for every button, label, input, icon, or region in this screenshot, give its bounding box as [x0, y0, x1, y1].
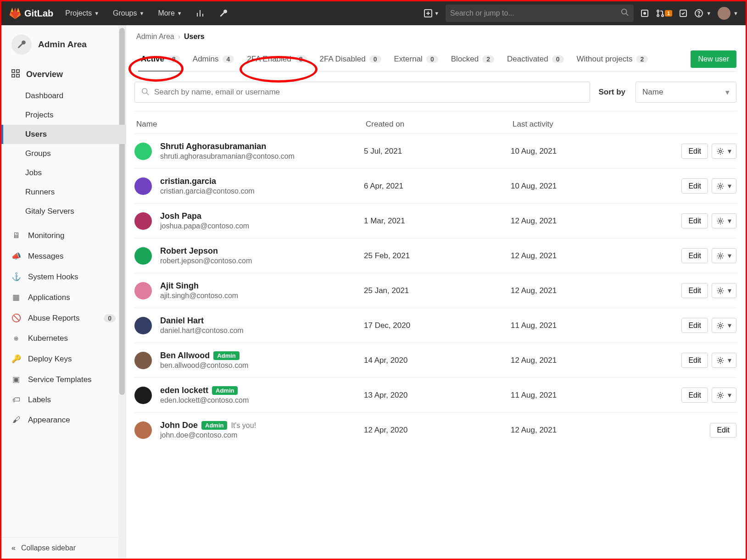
sidebar-item-groups[interactable]: Groups	[1, 144, 126, 163]
nav-projects[interactable]: Projects▼	[61, 6, 104, 20]
sidebar-item-monitoring[interactable]: 🖥Monitoring	[1, 226, 126, 246]
tab-active[interactable]: Active8	[134, 47, 186, 71]
tab-2fa-enabled[interactable]: 2FA Enabled8	[240, 47, 313, 71]
user-email[interactable]: cristian.garcia@contoso.com	[160, 187, 255, 195]
merge-requests-icon[interactable]: 1	[656, 9, 672, 18]
sidebar-item-users[interactable]: Users	[1, 125, 126, 144]
user-email[interactable]: eden.lockett@contoso.com	[160, 396, 249, 405]
user-name[interactable]: cristian.garcia	[160, 177, 216, 186]
user-email[interactable]: shruti.aghorasubramanian@contoso.com	[160, 152, 295, 161]
sidebar-item-deploy-keys[interactable]: 🔑Deploy Keys	[1, 349, 126, 369]
user-settings-dropdown[interactable]: ▾	[712, 144, 736, 159]
sidebar-item-labels[interactable]: 🏷Labels	[1, 390, 126, 410]
sidebar-item-abuse-reports[interactable]: 🚫Abuse Reports0	[1, 308, 126, 328]
sidebar-item-gitaly[interactable]: Gitaly Servers	[1, 202, 126, 221]
user-search-input[interactable]	[154, 88, 583, 97]
edit-user-button[interactable]: Edit	[681, 144, 708, 159]
sort-select[interactable]: Name ▾	[636, 82, 736, 103]
edit-user-button[interactable]: Edit	[681, 388, 708, 403]
edit-user-button[interactable]: Edit	[681, 318, 708, 333]
svg-point-15	[719, 150, 722, 152]
user-search-box[interactable]	[134, 82, 590, 103]
main-content: Admin Area › Users Active8 Admins4 2FA E…	[126, 25, 746, 559]
template-icon: ▣	[11, 375, 21, 384]
sidebar-item-runners[interactable]: Runners	[1, 183, 126, 202]
tab-admins[interactable]: Admins4	[186, 47, 240, 71]
sidebar-item-appearance[interactable]: 🖌Appearance	[1, 410, 126, 430]
sidebar-item-jobs[interactable]: Jobs	[1, 163, 126, 183]
issues-icon[interactable]	[640, 9, 649, 18]
user-name[interactable]: Ben Allwood	[160, 351, 210, 360]
user-email[interactable]: daniel.hart@contoso.com	[160, 327, 244, 335]
nav-wrench-icon[interactable]	[214, 6, 233, 21]
help-icon[interactable]: ▼	[694, 9, 711, 18]
user-name[interactable]: Josh Papa	[160, 211, 201, 221]
user-avatar-icon	[134, 352, 152, 369]
user-email[interactable]: robert.jepson@contoso.com	[160, 257, 252, 265]
edit-user-button[interactable]: Edit	[681, 353, 708, 368]
nav-groups[interactable]: Groups▼	[108, 6, 149, 20]
new-dropdown[interactable]: ▼	[424, 9, 439, 17]
user-settings-dropdown[interactable]: ▾	[712, 388, 736, 403]
user-settings-dropdown[interactable]: ▾	[712, 353, 736, 368]
sidebar-item-applications[interactable]: ▦Applications	[1, 287, 126, 308]
sidebar-scrollbar-track	[118, 25, 126, 559]
user-created-on: 5 Jul, 2021	[364, 147, 511, 156]
its-you-label: It's you!	[231, 421, 256, 430]
user-name[interactable]: Daniel Hart	[160, 316, 204, 326]
breadcrumb-root[interactable]: Admin Area	[136, 33, 174, 41]
user-name[interactable]: John Doe	[160, 421, 198, 430]
user-menu[interactable]: ▼	[718, 7, 738, 20]
user-settings-dropdown[interactable]: ▾	[712, 248, 736, 263]
edit-user-button[interactable]: Edit	[710, 423, 736, 438]
tab-without-projects[interactable]: Without projects2	[570, 47, 655, 71]
nav-analytics-icon[interactable]	[191, 6, 210, 21]
sidebar-item-service-templates[interactable]: ▣Service Templates	[1, 369, 126, 390]
user-name[interactable]: Shruti Aghorasubramanian	[160, 142, 266, 151]
user-name[interactable]: Robert Jepson	[160, 246, 218, 256]
edit-user-button[interactable]: Edit	[681, 213, 708, 228]
brand-logo[interactable]: GitLab	[9, 7, 53, 20]
sidebar-item-projects[interactable]: Projects	[1, 105, 126, 125]
edit-user-button[interactable]: Edit	[681, 248, 708, 263]
user-email[interactable]: ajit.singh@contoso.com	[160, 292, 238, 300]
global-search[interactable]	[446, 5, 634, 22]
collapse-label: Collapse sidebar	[21, 544, 76, 552]
sidebar-item-system-hooks[interactable]: ⚓System Hooks	[1, 266, 126, 287]
chevron-down-icon: ▾	[728, 356, 731, 365]
todos-icon[interactable]	[679, 9, 688, 18]
admin-badge: Admin	[201, 421, 227, 430]
collapse-sidebar-button[interactable]: « Collapse sidebar	[1, 537, 126, 559]
edit-user-button[interactable]: Edit	[681, 283, 708, 298]
sidebar-item-kubernetes[interactable]: ⎈Kubernetes	[1, 328, 126, 349]
global-search-input[interactable]	[450, 9, 629, 17]
tab-external[interactable]: External0	[388, 47, 445, 71]
user-email[interactable]: ben.allwood@contoso.com	[160, 361, 248, 370]
sidebar-header[interactable]: Admin Area	[1, 25, 126, 63]
new-user-button[interactable]: New user	[691, 50, 736, 68]
tab-count: 0	[552, 55, 564, 63]
user-settings-dropdown[interactable]: ▾	[712, 283, 736, 298]
tab-2fa-disabled[interactable]: 2FA Disabled0	[313, 47, 388, 71]
edit-user-button[interactable]: Edit	[681, 178, 708, 194]
sidebar-scrollbar-thumb[interactable]	[119, 28, 125, 395]
user-last-activity: 12 Aug, 2021	[511, 356, 681, 365]
user-email[interactable]: john.doe@contoso.com	[160, 431, 256, 439]
user-avatar-icon	[134, 212, 152, 230]
user-settings-dropdown[interactable]: ▾	[712, 213, 736, 228]
user-name[interactable]: Ajit Singh	[160, 281, 199, 291]
user-settings-dropdown[interactable]: ▾	[712, 318, 736, 333]
sidebar-item-messages[interactable]: 📣Messages	[1, 246, 126, 266]
top-navbar: GitLab Projects▼ Groups▼ More▼ ▼ 1 ▼ ▼	[1, 1, 746, 25]
user-avatar-icon	[134, 247, 152, 265]
filter-row: Sort by Name ▾	[134, 72, 736, 111]
sidebar-section-overview[interactable]: Overview	[1, 63, 126, 86]
sidebar-item-dashboard[interactable]: Dashboard	[1, 86, 126, 105]
user-email[interactable]: joshua.papa@contoso.com	[160, 222, 249, 230]
primary-nav: Projects▼ Groups▼ More▼	[61, 6, 232, 21]
tab-deactivated[interactable]: Deactivated0	[501, 47, 570, 71]
nav-more[interactable]: More▼	[153, 6, 186, 20]
user-name[interactable]: eden lockett	[160, 386, 208, 395]
tab-blocked[interactable]: Blocked2	[445, 47, 501, 71]
user-settings-dropdown[interactable]: ▾	[712, 178, 736, 194]
